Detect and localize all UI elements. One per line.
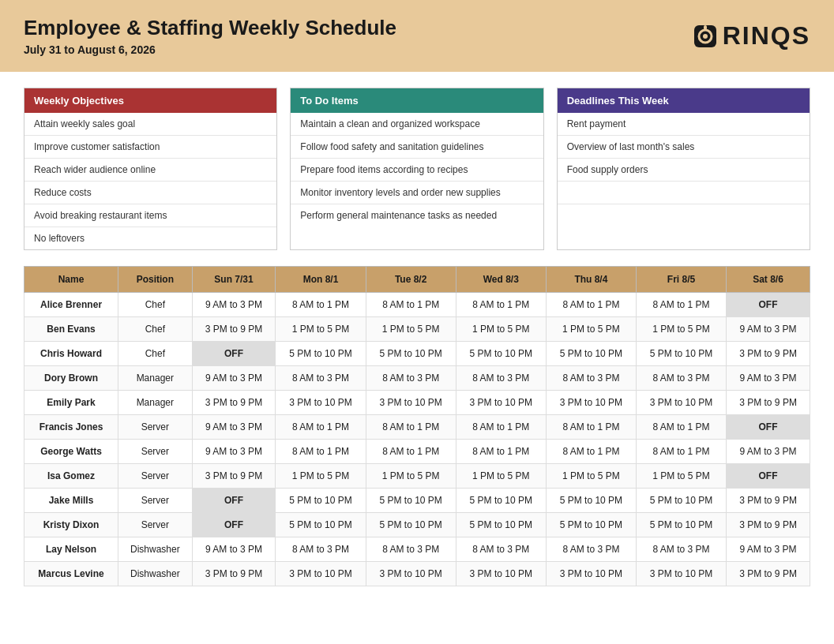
schedule-cell: 8 AM to 1 PM: [276, 293, 366, 317]
obj-item-1: Attain weekly sales goal: [24, 113, 276, 136]
schedule-cell: 5 PM to 10 PM: [636, 489, 726, 513]
schedule-cell: 3 PM to 10 PM: [546, 391, 636, 415]
deadline-item-5: [558, 204, 810, 227]
table-row: Marcus LevineDishwasher3 PM to 9 PM3 PM …: [24, 562, 810, 586]
col-mon: Mon 8/1: [276, 267, 366, 293]
header-title-block: Employee & Staffing Weekly Schedule July…: [24, 16, 396, 56]
schedule-cell: 8 AM to 1 PM: [456, 415, 546, 440]
schedule-cell: 9 AM to 3 PM: [192, 366, 276, 391]
weekly-objectives-header: Weekly Objectives: [24, 88, 276, 113]
employee-position: Chef: [118, 317, 193, 342]
col-fri: Fri 8/5: [636, 267, 726, 293]
schedule-cell: 1 PM to 5 PM: [276, 317, 366, 342]
todo-panel: To Do Items Maintain a clean and organiz…: [290, 88, 543, 250]
schedule-cell: 5 PM to 10 PM: [276, 489, 366, 513]
employee-position: Dishwasher: [118, 562, 193, 586]
schedule-cell: 5 PM to 10 PM: [366, 342, 456, 366]
table-row: Dory BrownManager9 AM to 3 PM8 AM to 3 P…: [24, 366, 810, 391]
table-row: George WattsServer9 AM to 3 PM8 AM to 1 …: [24, 440, 810, 464]
table-row: Isa GomezServer3 PM to 9 PM1 PM to 5 PM1…: [24, 464, 810, 489]
schedule-cell: 5 PM to 10 PM: [456, 342, 546, 366]
top-panels: Weekly Objectives Attain weekly sales go…: [24, 88, 810, 250]
deadlines-header: Deadlines This Week: [558, 88, 810, 113]
obj-item-6: No leftovers: [24, 227, 276, 249]
schedule-cell: 3 PM to 9 PM: [727, 391, 810, 415]
schedule-cell: 8 AM to 1 PM: [546, 415, 636, 440]
schedule-cell: 1 PM to 5 PM: [366, 317, 456, 342]
schedule-cell: 8 AM to 1 PM: [636, 415, 726, 440]
obj-item-4: Reduce costs: [24, 182, 276, 204]
table-row: Lay NelsonDishwasher9 AM to 3 PM8 AM to …: [24, 537, 810, 562]
page-title: Employee & Staffing Weekly Schedule: [24, 16, 396, 40]
schedule-cell: 5 PM to 10 PM: [546, 342, 636, 366]
obj-item-5: Avoid breaking restaurant items: [24, 204, 276, 227]
schedule-cell: 9 AM to 3 PM: [192, 293, 276, 317]
schedule-cell: 1 PM to 5 PM: [276, 464, 366, 489]
schedule-cell: 8 AM to 3 PM: [636, 537, 726, 562]
employee-name: Chris Howard: [24, 342, 118, 366]
schedule-cell: 8 AM to 3 PM: [546, 366, 636, 391]
deadline-item-2: Overview of last month's sales: [558, 136, 810, 159]
schedule-cell: 3 PM to 10 PM: [636, 391, 726, 415]
table-row: Francis JonesServer9 AM to 3 PM8 AM to 1…: [24, 415, 810, 440]
schedule-cell: 8 AM to 3 PM: [456, 537, 546, 562]
weekly-objectives-panel: Weekly Objectives Attain weekly sales go…: [24, 88, 277, 250]
deadlines-panel: Deadlines This Week Rent payment Overvie…: [557, 88, 810, 250]
schedule-cell: OFF: [727, 293, 810, 317]
schedule-cell: 8 AM to 3 PM: [456, 366, 546, 391]
schedule-cell: 5 PM to 10 PM: [366, 489, 456, 513]
header: Employee & Staffing Weekly Schedule July…: [0, 0, 834, 72]
col-sun: Sun 7/31: [192, 267, 276, 293]
schedule-cell: 8 AM to 1 PM: [276, 440, 366, 464]
todo-item-3: Prepare food items according to recipes: [291, 159, 543, 182]
schedule-cell: 8 AM to 3 PM: [366, 366, 456, 391]
employee-position: Server: [118, 513, 193, 537]
schedule-cell: 3 PM to 10 PM: [546, 562, 636, 586]
schedule-cell: OFF: [727, 464, 810, 489]
schedule-cell: 3 PM to 9 PM: [192, 317, 276, 342]
schedule-cell: 1 PM to 5 PM: [636, 317, 726, 342]
col-sat: Sat 8/6: [727, 267, 810, 293]
schedule-cell: 8 AM to 3 PM: [276, 537, 366, 562]
svg-point-2: [703, 34, 708, 39]
schedule-cell: 9 AM to 3 PM: [192, 415, 276, 440]
employee-position: Dishwasher: [118, 537, 193, 562]
table-row: Emily ParkManager3 PM to 9 PM3 PM to 10 …: [24, 391, 810, 415]
schedule-cell: 8 AM to 1 PM: [366, 415, 456, 440]
schedule-table: Name Position Sun 7/31 Mon 8/1 Tue 8/2 W…: [24, 266, 810, 586]
schedule-cell: 3 PM to 10 PM: [636, 562, 726, 586]
schedule-cell: 8 AM to 3 PM: [546, 537, 636, 562]
table-header-row: Name Position Sun 7/31 Mon 8/1 Tue 8/2 W…: [24, 267, 810, 293]
schedule-cell: 5 PM to 10 PM: [456, 513, 546, 537]
table-row: Kristy DixonServerOFF5 PM to 10 PM5 PM t…: [24, 513, 810, 537]
schedule-cell: OFF: [727, 415, 810, 440]
todo-item-1: Maintain a clean and organized workspace: [291, 113, 543, 136]
employee-name: Alice Brenner: [24, 293, 118, 317]
schedule-cell: 3 PM to 9 PM: [727, 342, 810, 366]
employee-position: Server: [118, 464, 193, 489]
schedule-cell: 3 PM to 9 PM: [727, 489, 810, 513]
logo-icon: [691, 22, 719, 51]
employee-name: Francis Jones: [24, 415, 118, 440]
schedule-cell: 3 PM to 9 PM: [727, 513, 810, 537]
schedule-cell: 8 AM to 3 PM: [636, 366, 726, 391]
schedule-cell: 1 PM to 5 PM: [546, 317, 636, 342]
schedule-cell: OFF: [192, 513, 276, 537]
schedule-cell: 8 AM to 1 PM: [366, 440, 456, 464]
schedule-cell: 3 PM to 9 PM: [192, 562, 276, 586]
schedule-cell: 1 PM to 5 PM: [456, 464, 546, 489]
schedule-cell: 5 PM to 10 PM: [546, 489, 636, 513]
col-position: Position: [118, 267, 193, 293]
employee-name: Kristy Dixon: [24, 513, 118, 537]
schedule-cell: 3 PM to 10 PM: [456, 562, 546, 586]
schedule-cell: 8 AM to 1 PM: [276, 415, 366, 440]
main-content: Weekly Objectives Attain weekly sales go…: [0, 72, 834, 602]
schedule-cell: 8 AM to 1 PM: [546, 440, 636, 464]
employee-name: Isa Gomez: [24, 464, 118, 489]
employee-position: Server: [118, 415, 193, 440]
schedule-cell: OFF: [192, 342, 276, 366]
table-row: Alice BrennerChef9 AM to 3 PM8 AM to 1 P…: [24, 293, 810, 317]
schedule-cell: 5 PM to 10 PM: [276, 342, 366, 366]
schedule-cell: 9 AM to 3 PM: [727, 440, 810, 464]
todo-item-5: Perform general maintenance tasks as nee…: [291, 204, 543, 227]
